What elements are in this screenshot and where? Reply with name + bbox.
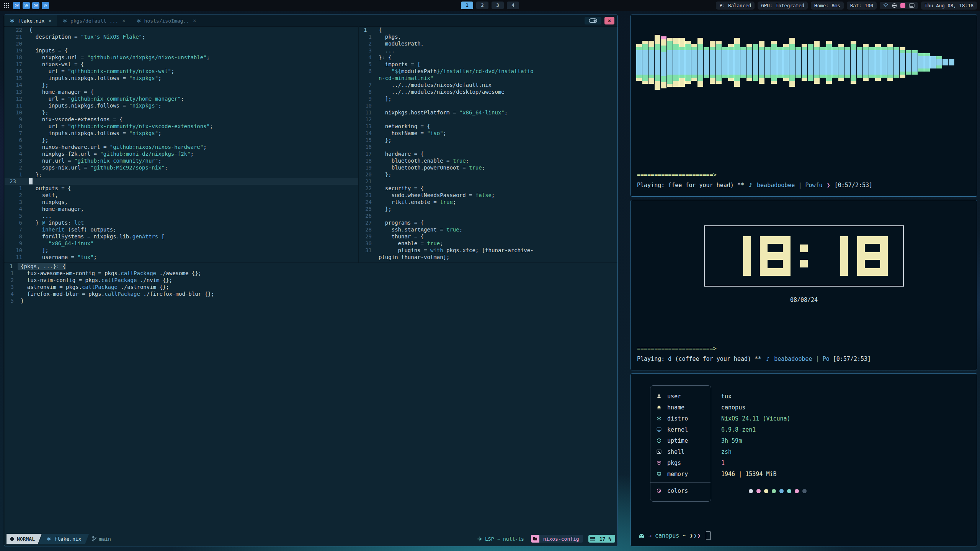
line-number: 1	[359, 26, 376, 33]
line-number: 4	[359, 54, 376, 61]
tabline-controls: ×	[585, 15, 617, 26]
code-pane-pkgs-default[interactable]: 1{pkgs, ...}: {1 tux-awesome-wm-config =…	[5, 263, 617, 531]
app-launcher-icon[interactable]	[3, 2, 10, 9]
line-number: 2	[5, 164, 26, 171]
code-line: 28 ssh.startAgent = true;	[359, 226, 617, 233]
color-dot	[749, 489, 753, 493]
line-number: 24	[359, 199, 376, 205]
code-line: 22 security = {	[359, 185, 617, 192]
code-line: 24 rtkit.enable = true;	[359, 199, 617, 205]
line-number: 3	[5, 157, 26, 164]
code-line: 5}	[5, 297, 617, 304]
viz-column	[832, 47, 838, 78]
workspace-button-3[interactable]: 3	[492, 2, 504, 9]
tray-app-icon[interactable]: SW	[32, 2, 39, 9]
code-line: 27 programs = {	[359, 219, 617, 226]
viz-column	[710, 41, 715, 84]
workspace-button-2[interactable]: 2	[476, 2, 488, 9]
project-label: nixos-config	[539, 535, 583, 543]
tab-close-icon[interactable]: ×	[122, 18, 125, 24]
tab-flake-nix[interactable]: flake.nix ×	[4, 15, 57, 26]
code-line: 3 nur.url = "github:nix-community/nur";	[5, 157, 358, 164]
fetch-row-shell: shell zsh	[650, 446, 810, 457]
prompt-arrow: →	[648, 532, 652, 539]
window-close-button[interactable]: ×	[604, 17, 614, 24]
nix-snowflake-icon	[46, 536, 51, 541]
progress-label: 17 %	[599, 536, 611, 542]
network-globe-icon[interactable]	[892, 3, 897, 8]
playing-label: Playing:	[637, 182, 665, 189]
code-line: 13 networking = {	[359, 123, 617, 130]
line-number: 4	[5, 150, 26, 157]
tray-app-icon[interactable]: SW	[42, 2, 49, 9]
track-time: [0:57/2:53]	[831, 182, 872, 189]
code-line: 23 sudo.wheelNeedsPassword = false;	[359, 192, 617, 199]
line-number: 21	[5, 33, 26, 40]
code-line: 7 inputs.nixpkgs.follows = "nixpkgs";	[5, 130, 358, 137]
shell-prompt[interactable]: → canopus ~ ❯❯❯	[639, 531, 710, 540]
code-pane-flake-nix[interactable]: 22{21 description = "tux's NixOS Flake";…	[5, 26, 358, 262]
viz-column	[808, 44, 813, 81]
viz-column	[697, 38, 703, 87]
color-swatch-icon[interactable]	[900, 3, 905, 8]
tab-close-icon[interactable]: ×	[193, 18, 196, 24]
code-line: 6 } @ inputs: let	[5, 219, 358, 226]
line-number: 31	[359, 247, 376, 254]
line-number: 14	[359, 130, 376, 137]
workspace-button-4[interactable]: 4	[507, 2, 519, 9]
viz-column	[942, 59, 948, 65]
code-line: 8 url = "github:nix-community/nix-vscode…	[5, 123, 358, 130]
line-number: 18	[5, 54, 26, 61]
line-number: 27	[359, 219, 376, 226]
line-number: 3	[5, 284, 18, 290]
code-line: 10 ];	[5, 247, 358, 254]
track-time: [0:57/2:53]	[830, 355, 871, 362]
player-separator: ======================>	[637, 345, 972, 352]
line-number: 22	[5, 26, 26, 33]
tab-close-icon[interactable]: ×	[48, 18, 51, 24]
line-number: 2	[359, 40, 376, 47]
line-number: 5	[5, 212, 26, 219]
code-line: 9 "x86_64-linux"	[5, 240, 358, 247]
line-number: 16	[359, 143, 376, 150]
line-number: 14	[5, 82, 26, 88]
code-line: 2 tux-nvim-config = pkgs.callPackage ./n…	[5, 277, 617, 284]
fetch-row-memory: memory 1946 | 15394 MiB	[650, 468, 810, 479]
tray-app-icon[interactable]: SW	[13, 2, 20, 9]
fetch-value: canopus	[710, 404, 745, 411]
line-number: 10	[5, 247, 26, 254]
neovim-window: flake.nix × pkgs/default ... × hosts/iso…	[4, 15, 618, 546]
line-number: 5	[359, 61, 376, 68]
viz-column	[722, 47, 728, 78]
code-line: 21 description = "tux's NixOS Flake";	[5, 33, 358, 40]
wifi-icon[interactable]	[883, 3, 889, 8]
line-number: 4	[5, 290, 18, 297]
tab-hosts-isoimage[interactable]: hosts/isoImag.. ×	[131, 15, 202, 26]
code-line: 12 url = "github:nix-community/home-mana…	[5, 95, 358, 102]
line-number: 1	[359, 33, 376, 40]
code-pane-iso-image[interactable]: 1{1 pkgs,2 modulesPath,3 ...4}: {5 impor…	[359, 26, 617, 262]
code-line: 13 home-manager = {	[5, 88, 358, 95]
toggle-button[interactable]	[585, 17, 601, 24]
code-line: 19 bluetooth.powerOnBoot = true;	[359, 164, 617, 171]
nix-snowflake-icon	[136, 18, 141, 23]
fetch-label: kernel	[667, 426, 710, 433]
code-line: 14 };	[5, 82, 358, 88]
tab-pkgs-default[interactable]: pkgs/default ... ×	[57, 15, 131, 26]
viz-column	[648, 41, 654, 84]
folder-icon	[531, 535, 539, 543]
line-number: 30	[359, 240, 376, 247]
line-number: 4	[5, 205, 26, 212]
code-line: 16	[359, 143, 617, 150]
statusline: NORMAL flake.nix main	[7, 534, 615, 544]
tray-app-icon[interactable]: SW	[23, 2, 30, 9]
system-fetch-panel: user tux hname canopus distro NixOS 24.1…	[650, 385, 810, 502]
line-number: 11	[5, 254, 26, 261]
code-line: 7 inherit (self) outputs;	[5, 226, 358, 233]
workspace-button-1[interactable]: 1	[461, 2, 473, 9]
keyboard-layout-icon[interactable]	[909, 3, 915, 8]
monitor-icon	[650, 427, 667, 432]
code-line: 4 firefox-mod-blur = pkgs.callPackage ./…	[5, 290, 617, 297]
fetch-value: NixOS 24.11 (Vicuna)	[710, 415, 791, 422]
prompt-chevron: ❯	[697, 532, 701, 539]
